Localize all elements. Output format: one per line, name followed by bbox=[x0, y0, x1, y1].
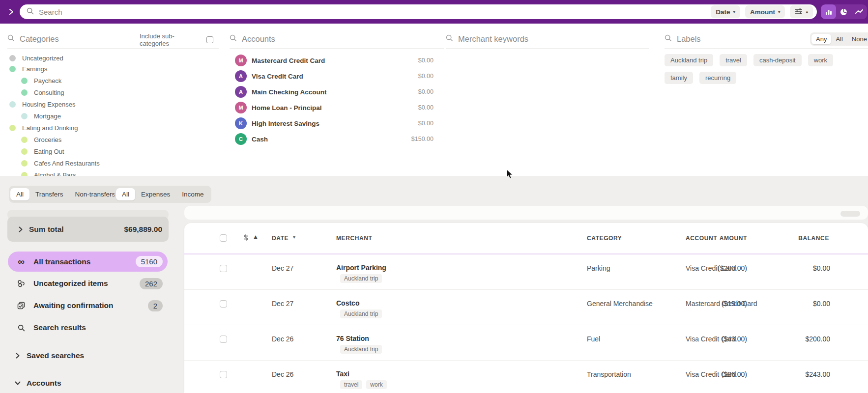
category-item[interactable]: Eating and Drinking bbox=[9, 122, 78, 134]
count-badge: 262 bbox=[140, 278, 163, 289]
account-filter-item[interactable]: MHome Loan - Principal$0.00 bbox=[235, 100, 449, 115]
category-item[interactable]: Eating Out bbox=[21, 145, 64, 157]
merchant-keywords-title: Merchant keywords bbox=[458, 34, 528, 44]
label-chip[interactable]: travel bbox=[720, 54, 747, 66]
labels-match-none[interactable]: None bbox=[847, 34, 868, 44]
transactions-table: ▲ DATE ▾ MERCHANT AMOUNT CATEGORY ACCOUN… bbox=[184, 223, 868, 393]
label-chip[interactable]: cash-deposit bbox=[753, 54, 802, 66]
account-filter-item[interactable]: KHigh Interest Savings$0.00 bbox=[235, 115, 449, 131]
avatar: A bbox=[235, 70, 247, 82]
type-filter-tabs: All Expenses Income bbox=[115, 186, 211, 203]
saved-searches-toggle[interactable]: Saved searches bbox=[8, 347, 168, 365]
transfer-filter-tabs: All Transfers Non-transfers bbox=[9, 186, 122, 203]
category-item[interactable]: Consulting bbox=[21, 86, 64, 98]
tab-expenses[interactable]: Expenses bbox=[135, 188, 176, 200]
filters-collapse-button[interactable]: ▴ bbox=[790, 5, 813, 18]
search-icon bbox=[446, 34, 453, 44]
label-chip[interactable]: work bbox=[366, 380, 386, 389]
labels-title: Labels bbox=[677, 34, 701, 44]
confirm-stack-icon bbox=[14, 302, 29, 309]
category-item[interactable]: Groceries bbox=[21, 134, 61, 145]
sidebar-item-all-transactions[interactable]: ∞ All transactions 5160 bbox=[8, 252, 168, 272]
chart-view-toggle bbox=[821, 4, 867, 19]
row-checkbox[interactable] bbox=[220, 265, 227, 272]
include-subcategories-checkbox[interactable] bbox=[206, 36, 213, 43]
warning-sort-icon[interactable]: ▲ bbox=[253, 233, 259, 240]
sum-total-value: $69,889.00 bbox=[124, 225, 162, 234]
tab-income[interactable]: Income bbox=[176, 188, 209, 200]
sidebar-item-search-results[interactable]: Search results bbox=[8, 318, 168, 337]
category-item[interactable]: Cafes And Restaurants bbox=[21, 157, 100, 169]
label-chip[interactable]: Auckland trip bbox=[340, 274, 382, 283]
label-chip[interactable]: work bbox=[808, 54, 833, 66]
divider bbox=[230, 48, 444, 49]
column-header-balance[interactable]: BALANCE bbox=[755, 235, 829, 242]
cell-merchant: Costco bbox=[336, 299, 359, 307]
row-checkbox[interactable] bbox=[220, 371, 227, 378]
table-row[interactable]: Dec 27 Airport Parking Auckland trip ($2… bbox=[184, 254, 868, 290]
search-input[interactable] bbox=[39, 8, 706, 16]
sidebar-item-awaiting-confirmation[interactable]: Awaiting confirmation 2 bbox=[8, 296, 168, 315]
label-chip[interactable]: family bbox=[665, 72, 693, 84]
panel-resize-handle[interactable] bbox=[840, 211, 860, 217]
bar-chart-view-button[interactable] bbox=[821, 4, 836, 19]
table-row[interactable]: Dec 26 Taxi travel work ($26.00) Transpo… bbox=[184, 361, 868, 393]
collapsed-summary-panel bbox=[184, 206, 868, 220]
date-filter-button[interactable]: Date▾ bbox=[711, 5, 740, 18]
search-icon bbox=[7, 34, 15, 44]
row-checkbox[interactable] bbox=[220, 336, 227, 343]
search-icon bbox=[665, 34, 672, 44]
tab-all-transfers[interactable]: All bbox=[10, 188, 29, 200]
tab-transfers[interactable]: Transfers bbox=[29, 188, 69, 200]
account-filter-item[interactable]: MMastercard Credit Card$0.00 bbox=[235, 53, 449, 68]
chevron-down-icon: ▾ bbox=[733, 9, 735, 14]
table-row[interactable]: Dec 27 Costco Auckland trip ($15.00) Gen… bbox=[184, 290, 868, 325]
select-all-checkbox[interactable] bbox=[220, 234, 227, 242]
labels-match-any[interactable]: Any bbox=[811, 34, 831, 44]
category-item[interactable]: Mortgage bbox=[21, 110, 61, 122]
tab-non-transfers[interactable]: Non-transfers bbox=[69, 188, 121, 200]
sum-total-card[interactable]: Sum total $69,889.00 bbox=[7, 217, 169, 242]
pie-chart-view-button[interactable] bbox=[836, 4, 851, 19]
line-chart-view-button[interactable] bbox=[852, 4, 867, 19]
column-header-account[interactable]: ACCOUNT bbox=[686, 235, 717, 242]
category-color-dot bbox=[9, 125, 16, 131]
column-header-merchant[interactable]: MERCHANT bbox=[336, 235, 372, 242]
category-item[interactable]: Alcohol & Bars bbox=[21, 169, 76, 176]
sidebar-collapse-icon[interactable] bbox=[7, 6, 16, 17]
tab-all-types[interactable]: All bbox=[116, 188, 135, 200]
column-header-date[interactable]: DATE bbox=[272, 235, 289, 242]
amount-filter-button[interactable]: Amount▾ bbox=[745, 5, 785, 18]
cell-category: Transportation bbox=[587, 370, 631, 378]
label-chip[interactable]: Auckland trip bbox=[665, 54, 713, 66]
account-filter-item[interactable]: AMain Checking Account$0.00 bbox=[235, 84, 449, 100]
labels-match-all[interactable]: All bbox=[831, 34, 847, 44]
include-subcategories-label: Include sub-categories bbox=[140, 32, 203, 47]
cell-date: Dec 27 bbox=[272, 264, 293, 272]
accounts-section-toggle[interactable]: Accounts bbox=[8, 374, 168, 392]
table-row[interactable]: Dec 26 76 Station Auckland trip ($43.00)… bbox=[184, 325, 868, 361]
avatar: M bbox=[235, 55, 247, 66]
row-checkbox[interactable] bbox=[220, 300, 227, 308]
account-filter-item[interactable]: AVisa Credit Card$0.00 bbox=[235, 68, 449, 84]
sidebar-item-uncategorized[interactable]: Uncategorized items 262 bbox=[8, 274, 168, 293]
category-item[interactable]: Housing Expenses bbox=[9, 98, 75, 110]
column-header-category[interactable]: CATEGORY bbox=[587, 235, 622, 242]
label-chip[interactable]: recurring bbox=[699, 72, 736, 84]
label-chip[interactable]: travel bbox=[340, 380, 362, 389]
account-filter-item[interactable]: CCash$150.00 bbox=[235, 131, 449, 147]
divider bbox=[446, 48, 649, 49]
cell-date: Dec 26 bbox=[272, 335, 293, 343]
cell-merchant: Taxi bbox=[336, 370, 349, 378]
label-chip[interactable]: Auckland trip bbox=[340, 345, 382, 354]
divider bbox=[665, 48, 868, 49]
category-item[interactable]: Paycheck bbox=[21, 75, 61, 86]
transfer-sort-icon[interactable] bbox=[243, 234, 249, 243]
category-item[interactable]: Uncategorized bbox=[9, 52, 63, 64]
sort-caret-icon: ▾ bbox=[293, 234, 295, 240]
chevron-up-icon: ▴ bbox=[806, 9, 808, 14]
category-item[interactable]: Earnings bbox=[9, 63, 47, 75]
account-balance: $0.00 bbox=[418, 120, 434, 127]
label-chip[interactable]: Auckland trip bbox=[340, 309, 382, 318]
categories-header: Categories bbox=[7, 31, 59, 46]
